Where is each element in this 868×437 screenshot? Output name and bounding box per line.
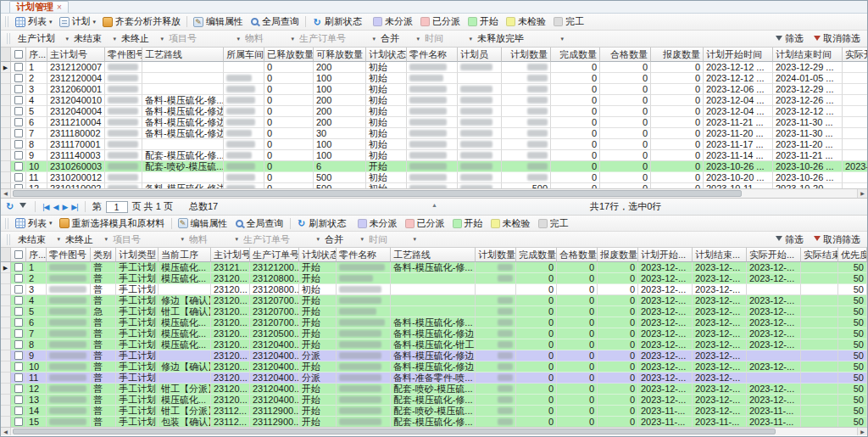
column-header[interactable]: 计划数量	[476, 248, 516, 262]
column-header[interactable]: 零件图号	[47, 248, 91, 262]
row-selector-gutter[interactable]	[1, 73, 11, 84]
column-header[interactable]: 完成数量	[551, 48, 600, 62]
table-row[interactable]: 1123102000120500初始0002023-10-20 ...2023-…	[1, 172, 867, 183]
edit-properties-button[interactable]: ✎编辑属性	[175, 217, 231, 230]
column-header[interactable]: 零件图号	[105, 48, 142, 62]
cancel-filter-button[interactable]: 取消筛选	[814, 32, 860, 45]
row-checkbox[interactable]	[14, 118, 23, 126]
row-checkbox[interactable]	[14, 373, 23, 382]
row-selector-gutter[interactable]	[1, 395, 11, 406]
global-search-button[interactable]: 全局查询	[231, 217, 287, 230]
not-terminated-filter[interactable]: 未终止▾	[119, 32, 166, 45]
prev-page-button[interactable]: ◀	[53, 203, 58, 211]
cancel-filter-button[interactable]: 取消筛选	[814, 233, 860, 246]
column-header[interactable]: 计划状态	[299, 248, 337, 262]
row-selector-gutter[interactable]	[1, 384, 11, 395]
row-checkbox[interactable]	[14, 107, 23, 115]
table-row[interactable]: 10普手工计划修边【确认】23120...23120400...开始备料-模压硫…	[1, 361, 867, 373]
refresh-status-button[interactable]: ↻刷新状态	[309, 15, 365, 28]
row-selector-gutter[interactable]	[1, 328, 11, 339]
row-selector-gutter[interactable]	[1, 417, 11, 427]
merge-filter[interactable]: 合并▾	[322, 233, 366, 246]
row-checkbox[interactable]	[14, 140, 23, 148]
column-header[interactable]: 序...	[26, 248, 47, 262]
row-checkbox[interactable]	[14, 406, 23, 415]
table-row[interactable]: 323120600010100初始0002023-12-06 ...2023-1…	[1, 84, 867, 95]
refresh-status-button[interactable]: ↻刷新状态	[293, 217, 350, 230]
filter-summary-icon[interactable]	[19, 203, 26, 211]
column-header[interactable]: 计划类型	[116, 248, 159, 262]
table-row[interactable]: 122310110002备料-模压硫化-修边0500初始5000002023-1…	[1, 183, 867, 189]
kit-analysis-release-button[interactable]: 齐套分析并释放	[99, 15, 184, 28]
not-finished-filter[interactable]: 未结束▾	[71, 32, 119, 45]
select-all-checkbox[interactable]	[14, 50, 23, 59]
table-row[interactable]: 52312040004备料-模压硫化-修边0200初始0002023-12-04…	[1, 106, 867, 117]
not-terminated-filter[interactable]: 未终止▾	[63, 233, 110, 246]
table-row[interactable]: 102310260003配套-喷砂-模压硫...06开始0002023-10-2…	[1, 161, 867, 172]
row-selector-gutter[interactable]	[1, 284, 11, 295]
row-checkbox[interactable]	[14, 351, 23, 360]
list-button[interactable]: 列表▾	[12, 15, 56, 28]
not-fully-released-filter[interactable]: 未释放完毕▾	[475, 32, 566, 45]
column-header[interactable]: 可释放数量	[314, 48, 366, 62]
table-row[interactable]: 8普手工计划模压硫化...23120...23120400...开始备料-模压硫…	[1, 339, 867, 350]
time-filter[interactable]: 时间▾	[422, 32, 475, 45]
material-filter[interactable]: 物料▾	[242, 32, 297, 45]
scroll-right-icon[interactable]: ▶	[857, 428, 867, 435]
select-all-checkbox[interactable]	[14, 250, 23, 259]
plan-button[interactable]: 计划▾	[56, 15, 100, 28]
column-header[interactable]: 计划数量	[502, 48, 551, 62]
row-selector-gutter[interactable]	[1, 339, 11, 350]
row-checkbox[interactable]	[14, 74, 23, 82]
not-finished-filter[interactable]: 未结束▾	[15, 233, 63, 246]
row-checkbox[interactable]	[14, 129, 23, 137]
bottom-horizontal-scrollbar[interactable]: ◀ ▶	[1, 427, 867, 435]
column-header[interactable]: 计划员	[458, 48, 502, 62]
table-row[interactable]: 42312040010备料-模压硫化-修...0200初始0002023-12-…	[1, 95, 867, 106]
row-checkbox[interactable]	[14, 63, 23, 71]
table-row[interactable]: 62311210004备料-模压硫化-修边0200初始0002023-11-21…	[1, 117, 867, 128]
row-checkbox[interactable]	[14, 417, 23, 426]
project-no-filter[interactable]: 项目号▾	[110, 233, 186, 246]
edit-properties-button[interactable]: ✎编辑属性	[190, 15, 247, 28]
row-checkbox[interactable]	[14, 274, 23, 283]
tab-close-icon[interactable]: ×	[57, 2, 62, 13]
list-button[interactable]: 列表▾	[12, 217, 56, 230]
production-order-filter[interactable]: 生产订单号▾	[297, 32, 378, 45]
table-row[interactable]: 823111700010100初始0002023-11-17 ...2023-1…	[1, 139, 867, 150]
row-checkbox[interactable]	[14, 340, 23, 349]
row-selector-gutter[interactable]: ▶	[1, 262, 11, 273]
column-header[interactable]: 实际开始时间	[843, 48, 867, 62]
scroll-thumb[interactable]	[13, 190, 742, 197]
table-row[interactable]: 11普手工计划23120...23120400...分派备料-准备零件-喷...…	[1, 373, 867, 384]
row-selector-gutter[interactable]	[1, 295, 11, 306]
time-filter[interactable]: 时间▾	[366, 233, 419, 246]
column-header[interactable]: 优先度	[838, 248, 867, 262]
row-selector-gutter[interactable]	[1, 406, 11, 417]
table-row[interactable]: 92311140003配套-模压硫化-修...0100初始0002023-11-…	[1, 150, 867, 161]
filter-button[interactable]: 筛选	[776, 32, 804, 45]
tab-plan-management[interactable]: 计划管理 ×	[9, 1, 69, 13]
global-search-button[interactable]: 全局查询	[247, 15, 303, 28]
column-header[interactable]: 零件名称	[337, 248, 391, 262]
column-header[interactable]: 类别	[91, 248, 116, 262]
column-header[interactable]: 所属车间	[224, 48, 264, 62]
row-selector-gutter[interactable]	[1, 84, 11, 95]
row-checkbox[interactable]	[14, 296, 23, 305]
column-header[interactable]: 主计划号	[47, 48, 105, 62]
column-header[interactable]: 计划结束...	[693, 248, 747, 262]
row-selector-gutter[interactable]	[1, 139, 11, 150]
row-checkbox[interactable]	[14, 362, 23, 371]
row-checkbox[interactable]	[14, 173, 23, 182]
column-header[interactable]: 报废数量	[651, 48, 704, 62]
table-row[interactable]: 223121200040100初始0002023-12-12 ...2024-0…	[1, 73, 867, 84]
column-header[interactable]: 当前工序	[159, 248, 211, 262]
row-selector-gutter[interactable]: ▶	[1, 62, 11, 73]
scroll-track[interactable]	[11, 428, 857, 435]
row-selector-gutter[interactable]	[1, 317, 11, 328]
project-no-filter[interactable]: 项目号▾	[166, 32, 242, 45]
row-checkbox[interactable]	[14, 151, 23, 160]
column-header[interactable]: 实际结束...	[801, 248, 838, 262]
row-checkbox[interactable]	[14, 85, 23, 93]
column-header[interactable]: 主计划号	[211, 248, 250, 262]
